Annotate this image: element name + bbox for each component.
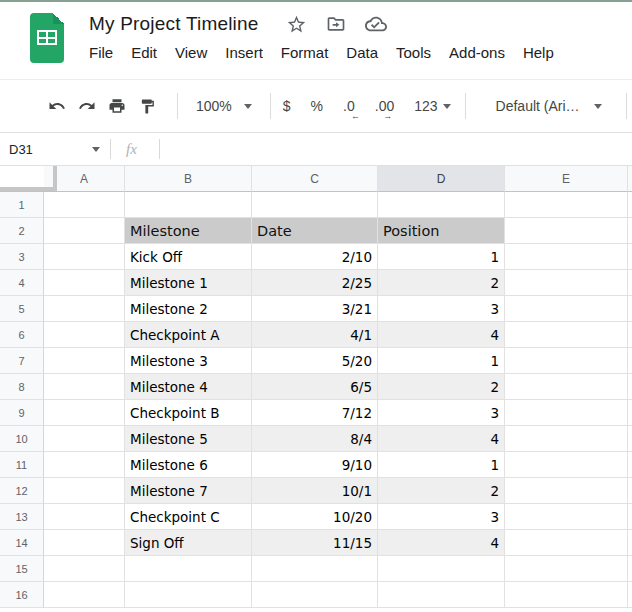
undo-icon[interactable] (45, 94, 69, 118)
cell-A7[interactable] (44, 348, 125, 374)
cell-D6[interactable]: 4 (378, 322, 505, 348)
cell-A6[interactable] (44, 322, 125, 348)
move-folder-icon[interactable] (326, 14, 346, 34)
cell-E3[interactable] (505, 244, 628, 270)
cell-A15[interactable] (44, 556, 125, 582)
cell-D3[interactable]: 1 (378, 244, 505, 270)
cell-D9[interactable]: 3 (378, 400, 505, 426)
cell-B15[interactable] (125, 556, 252, 582)
cell-B7[interactable]: Milestone 3 (125, 348, 252, 374)
cell-C16[interactable] (252, 582, 378, 608)
row-header-1[interactable]: 1 (0, 192, 44, 218)
cell-C3[interactable]: 2/10 (252, 244, 378, 270)
column-header-E[interactable]: E (505, 166, 628, 192)
cell-D15[interactable] (378, 556, 505, 582)
cell-E9[interactable] (505, 400, 628, 426)
cell-E2[interactable] (505, 218, 628, 244)
menu-format[interactable]: Format (272, 42, 338, 63)
cell-E11[interactable] (505, 452, 628, 478)
menu-data[interactable]: Data (337, 42, 387, 63)
cell-D11[interactable]: 1 (378, 452, 505, 478)
cell-A10[interactable] (44, 426, 125, 452)
row-header-7[interactable]: 7 (0, 348, 44, 374)
cell-C6[interactable]: 4/1 (252, 322, 378, 348)
column-header-B[interactable]: B (125, 166, 252, 192)
cell-D2[interactable]: Position (378, 218, 505, 244)
cell-E13[interactable] (505, 504, 628, 530)
row-header-12[interactable]: 12 (0, 478, 44, 504)
cell-E14[interactable] (505, 530, 628, 556)
column-header-C[interactable]: C (252, 166, 378, 192)
cell-D14[interactable]: 4 (378, 530, 505, 556)
cell-A16[interactable] (44, 582, 125, 608)
cell-B2[interactable]: Milestone (125, 218, 252, 244)
row-header-14[interactable]: 14 (0, 530, 44, 556)
cell-C5[interactable]: 3/21 (252, 296, 378, 322)
cell-C7[interactable]: 5/20 (252, 348, 378, 374)
cell-E8[interactable] (505, 374, 628, 400)
cell-B8[interactable]: Milestone 4 (125, 374, 252, 400)
redo-icon[interactable] (75, 94, 99, 118)
zoom-select[interactable]: 100% (190, 98, 258, 114)
paint-format-icon[interactable] (135, 94, 159, 118)
decrease-decimal-button[interactable]: .0 ← (343, 98, 355, 114)
cell-B14[interactable]: Sign Off (125, 530, 252, 556)
cell-E15[interactable] (505, 556, 628, 582)
cell-C15[interactable] (252, 556, 378, 582)
row-header-13[interactable]: 13 (0, 504, 44, 530)
cell-C1[interactable] (252, 192, 378, 218)
cell-E5[interactable] (505, 296, 628, 322)
row-header-2[interactable]: 2 (0, 218, 44, 244)
cell-E10[interactable] (505, 426, 628, 452)
row-header-6[interactable]: 6 (0, 322, 44, 348)
cell-A13[interactable] (44, 504, 125, 530)
cell-A12[interactable] (44, 478, 125, 504)
row-header-5[interactable]: 5 (0, 296, 44, 322)
menu-add-ons[interactable]: Add-ons (440, 42, 514, 63)
row-header-11[interactable]: 11 (0, 452, 44, 478)
cell-B1[interactable] (125, 192, 252, 218)
cell-B5[interactable]: Milestone 2 (125, 296, 252, 322)
cell-C4[interactable]: 2/25 (252, 270, 378, 296)
cell-D12[interactable]: 2 (378, 478, 505, 504)
cell-B9[interactable]: Checkpoint B (125, 400, 252, 426)
format-percent-button[interactable]: % (311, 98, 323, 114)
menu-tools[interactable]: Tools (387, 42, 440, 63)
row-header-4[interactable]: 4 (0, 270, 44, 296)
document-title[interactable]: My Project Timeline (80, 13, 259, 35)
cell-D4[interactable]: 2 (378, 270, 505, 296)
cell-B6[interactable]: Checkpoint A (125, 322, 252, 348)
cell-E12[interactable] (505, 478, 628, 504)
cell-C9[interactable]: 7/12 (252, 400, 378, 426)
cell-C10[interactable]: 8/4 (252, 426, 378, 452)
more-formats-button[interactable]: 123 (414, 98, 450, 114)
cell-A14[interactable] (44, 530, 125, 556)
cell-E4[interactable] (505, 270, 628, 296)
cell-A1[interactable] (44, 192, 125, 218)
cell-B11[interactable]: Milestone 6 (125, 452, 252, 478)
name-box[interactable]: D31 (0, 142, 110, 157)
cell-A4[interactable] (44, 270, 125, 296)
cell-A11[interactable] (44, 452, 125, 478)
cell-C12[interactable]: 10/1 (252, 478, 378, 504)
menu-insert[interactable]: Insert (216, 42, 272, 63)
cell-B3[interactable]: Kick Off (125, 244, 252, 270)
row-header-8[interactable]: 8 (0, 374, 44, 400)
menu-help[interactable]: Help (514, 42, 563, 63)
sheets-logo[interactable] (30, 13, 64, 63)
star-icon[interactable] (286, 14, 307, 35)
cell-D7[interactable]: 1 (378, 348, 505, 374)
cell-B16[interactable] (125, 582, 252, 608)
row-header-3[interactable]: 3 (0, 244, 44, 270)
cell-B10[interactable]: Milestone 5 (125, 426, 252, 452)
cell-C14[interactable]: 11/15 (252, 530, 378, 556)
cell-A2[interactable] (44, 218, 125, 244)
font-select[interactable]: Default (Ari… (496, 98, 618, 114)
cell-A3[interactable] (44, 244, 125, 270)
cell-C2[interactable]: Date (252, 218, 378, 244)
cell-B4[interactable]: Milestone 1 (125, 270, 252, 296)
cell-B13[interactable]: Checkpoint C (125, 504, 252, 530)
row-header-10[interactable]: 10 (0, 426, 44, 452)
cell-E1[interactable] (505, 192, 628, 218)
menu-view[interactable]: View (166, 42, 216, 63)
